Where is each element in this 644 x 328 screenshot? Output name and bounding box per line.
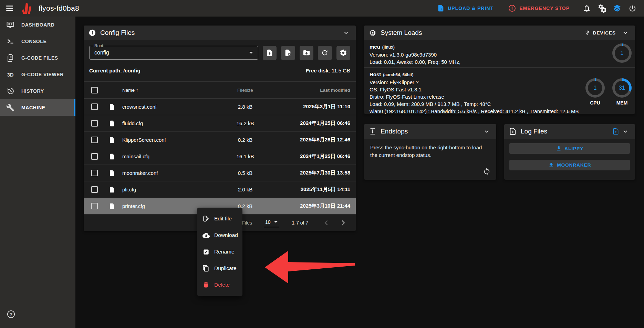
row-checkbox[interactable] xyxy=(91,103,98,110)
sidebar-item-gcode-files[interactable]: G-CODE FILES xyxy=(0,50,75,66)
config-files-title: Config Files xyxy=(100,29,135,37)
chevron-left-icon xyxy=(322,218,331,227)
next-page-button[interactable] xyxy=(337,217,349,229)
log-file-icon xyxy=(509,128,517,135)
layers-triple-icon xyxy=(613,4,621,12)
table-row[interactable]: moonraker.conf 0.5 kB 2025年7月30日 13:58 xyxy=(84,165,356,181)
context-menu-duplicate[interactable]: Duplicate xyxy=(197,260,242,277)
info-icon xyxy=(89,29,96,37)
host-info-line: OS: FlyOS-Fast v1.3.1 xyxy=(370,86,579,93)
mcu-info: mcu(linux) Version: v1.3.0-ga98c9d7390Lo… xyxy=(370,43,460,64)
create-file-button[interactable] xyxy=(281,46,295,60)
config-files-card: Config Files Root config xyxy=(84,26,356,231)
log-files-collapse-button[interactable] xyxy=(621,127,630,136)
table-row[interactable]: KlipperScreen.conf 0.2 kB 2025年6月26日 12:… xyxy=(84,132,356,148)
emergency-stop-button[interactable]: EMERGENCY STOP xyxy=(503,1,574,16)
help-button[interactable]: ? xyxy=(3,307,19,322)
file-document-icon xyxy=(109,153,117,160)
download-moonraker-log-button[interactable]: MOONRAKER xyxy=(509,160,630,170)
row-checkbox[interactable] xyxy=(91,120,98,127)
select-caret-icon xyxy=(249,52,253,54)
sidebar-item-gcode-viewer[interactable]: 3D G-CODE VIEWER xyxy=(0,66,75,83)
endstops-collapse-button[interactable] xyxy=(482,127,491,136)
table-row[interactable]: plr.cfg 2.0 kB 2025年11月5日 14:11 xyxy=(84,181,356,198)
file-upload-icon xyxy=(266,49,273,57)
row-checkbox[interactable] xyxy=(91,153,98,160)
annotation-arrow xyxy=(260,247,358,286)
per-page-select[interactable]: 10 xyxy=(264,219,279,227)
refresh-icon xyxy=(321,49,329,57)
system-loads-collapse-button[interactable] xyxy=(621,28,630,38)
folder-plus-icon xyxy=(303,49,310,57)
hostname-title: flyos-fd0ba8 xyxy=(39,4,79,12)
log-files-card: Log Files KLIPPY MOONRAKER xyxy=(504,124,635,180)
power-button[interactable] xyxy=(625,1,640,16)
file-table-body: crowsnest.conf 2.8 kB 2025年3月1日 11:10 fl… xyxy=(84,99,356,215)
previous-page-button[interactable] xyxy=(321,217,332,229)
table-row[interactable]: crowsnest.conf 2.8 kB 2025年3月1日 11:10 xyxy=(84,99,356,115)
sidebar-item-machine[interactable]: MACHINE xyxy=(0,99,75,116)
cpu-gauge-label: CPU xyxy=(590,100,600,106)
sidebar-item-console[interactable]: CONSOLE xyxy=(0,33,75,50)
endstops-sync-button[interactable] xyxy=(483,168,491,176)
log-files-header: Log Files xyxy=(504,124,635,139)
cogs-icon xyxy=(598,4,606,13)
chevron-right-icon xyxy=(339,218,347,227)
mcu-load-section: mcu(linux) Version: v1.3.0-ga98c9d7390Lo… xyxy=(364,40,635,68)
gcode-viewer-3d-icon: 3D xyxy=(5,72,15,78)
file-settings-button[interactable] xyxy=(336,46,350,60)
table-row[interactable]: mainsail.cfg 16.1 kB 2024年1月25日 06:46 xyxy=(84,148,356,165)
row-checkbox[interactable] xyxy=(91,186,98,193)
hamburger-menu-button[interactable] xyxy=(2,1,17,16)
sidebar-item-dashboard[interactable]: DASHBOARD xyxy=(0,17,75,33)
help-icon: ? xyxy=(7,310,15,319)
context-menu-download[interactable]: Download xyxy=(197,227,242,243)
notifications-button[interactable] xyxy=(579,1,594,16)
gcode-files-icon xyxy=(5,54,15,62)
services-button[interactable] xyxy=(594,1,610,16)
upload-file-button[interactable] xyxy=(263,46,277,60)
context-menu-edit-file[interactable]: Edit file xyxy=(197,210,242,227)
row-checkbox[interactable] xyxy=(91,170,98,176)
config-files-collapse-button[interactable] xyxy=(341,28,351,38)
sidebar-nav: DASHBOARD CONSOLE G-CODE FILES 3D G-CODE… xyxy=(0,17,75,328)
context-menu-delete[interactable]: Delete xyxy=(197,277,242,293)
file-document-icon xyxy=(109,170,117,177)
pagination-range: 1-7 of 7 xyxy=(292,220,308,226)
upload-and-print-button[interactable]: UPLOAD & PRINT xyxy=(432,1,498,16)
endstops-card: Endstops Press the sync-button on the ri… xyxy=(364,124,496,180)
pagination-label: Files xyxy=(242,220,252,226)
file-context-menu: Edit file Download Rename Duplicate Dele… xyxy=(197,208,242,296)
file-name: mainsail.cfg xyxy=(117,153,219,159)
config-files-header: Config Files xyxy=(84,26,356,40)
refresh-button[interactable] xyxy=(318,46,332,60)
cloud-download-icon xyxy=(202,232,210,239)
context-menu-rename[interactable]: Rename xyxy=(197,243,242,260)
select-all-checkbox[interactable] xyxy=(91,87,98,93)
free-disk: Free disk: 11.5 GB xyxy=(306,68,350,73)
rollover-logs-button[interactable] xyxy=(611,127,621,136)
download-klippy-log-button[interactable]: KLIPPY xyxy=(509,143,630,154)
file-name: moonraker.conf xyxy=(117,170,219,176)
table-row[interactable]: fluidd.cfg 16.2 kB 2024年1月25日 06:46 xyxy=(84,115,356,132)
file-modified: 2025年6月26日 12:46 xyxy=(271,137,350,143)
power-icon xyxy=(629,4,636,12)
root-select[interactable]: Root config xyxy=(89,46,258,60)
row-checkbox[interactable] xyxy=(91,137,98,143)
column-filesize[interactable]: Filesize xyxy=(219,88,271,93)
row-checkbox[interactable] xyxy=(91,203,98,209)
host-load-section: Host(aarch64, 64bit) Version: Fly-Klippe… xyxy=(364,68,635,114)
column-name[interactable]: Name ↑ xyxy=(117,88,219,93)
chevron-down-icon xyxy=(483,128,490,135)
cpu-gauge: 1 CPU xyxy=(585,78,605,106)
machine-wrench-icon xyxy=(5,103,15,112)
column-last-modified[interactable]: Last modified xyxy=(271,88,350,93)
theme-layers-button[interactable] xyxy=(610,1,625,16)
sidebar-item-history[interactable]: HISTORY xyxy=(0,83,75,99)
devices-button[interactable]: DEVICES xyxy=(584,30,616,36)
current-path: Current path: /config xyxy=(89,68,140,73)
download-icon xyxy=(556,146,562,151)
file-plus-icon xyxy=(284,49,292,57)
create-folder-button[interactable] xyxy=(300,46,313,60)
host-info-line: Version: Fly-Klipper ? xyxy=(370,79,579,86)
